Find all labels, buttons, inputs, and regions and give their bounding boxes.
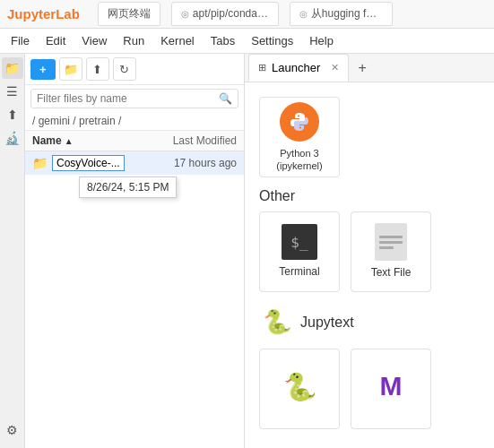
other-cards-row: $_ Terminal Text File	[259, 211, 480, 292]
launcher-tab-close-icon[interactable]: ✕	[331, 62, 339, 73]
search-input[interactable]	[37, 92, 215, 105]
other-section: Other $_ Terminal	[259, 188, 480, 292]
python-orange-icon	[280, 102, 319, 142]
python3-kernel-card[interactable]: Python 3 (ipykernel)	[259, 97, 340, 177]
launcher-tab[interactable]: ⊞ Launcher ✕	[248, 54, 349, 82]
terminal-icon: $_	[282, 224, 317, 260]
upload-button[interactable]: ⬆	[86, 57, 109, 81]
jupytext-label: Jupytext	[300, 314, 354, 331]
col-name-label: Name	[32, 134, 62, 147]
tab-hugging[interactable]: ◎ 从hugging face下载模型，教程...	[290, 2, 393, 26]
breadcrumb: / gemini / pretrain /	[25, 112, 244, 131]
icon-sidebar: 📁 ☰ ⬆ 🔬 ⚙	[0, 54, 25, 448]
col-modified-header[interactable]: Last Modified	[173, 134, 237, 147]
file-toolbar: + 📁 ⬆ ↻	[25, 54, 244, 85]
menu-tabs[interactable]: Tabs	[204, 31, 242, 50]
menu-settings[interactable]: Settings	[244, 31, 300, 50]
python3-card-label: Python 3 (ipykernel)	[276, 147, 322, 173]
textfile-line-2	[379, 241, 403, 244]
new-tab-button[interactable]: +	[352, 58, 372, 78]
app-title: JupyterLab	[7, 6, 80, 22]
sidebar-files-btn[interactable]: 📁	[2, 57, 23, 79]
upload-icon: ⬆	[92, 63, 102, 76]
menu-run[interactable]: Run	[116, 31, 152, 50]
sidebar-search-btn[interactable]: 🔬	[2, 127, 23, 149]
tooltip-text: 8/26/24, 5:15 PM	[87, 181, 169, 194]
folder-type-icon: 📁	[32, 156, 48, 170]
sidebar-upload-btn[interactable]: ⬆	[2, 104, 23, 125]
textfile-icon	[375, 223, 407, 261]
tab-conda-icon: ◎	[181, 9, 189, 19]
col-name-header[interactable]: Name ▲	[32, 134, 74, 147]
jupytext-icon: 🐍	[263, 308, 291, 336]
file-modified-date: 17 hours ago	[174, 157, 237, 169]
top-bar: JupyterLab 网页终端 ◎ apt/pip/conda 渲染加速 ◎ 从…	[0, 0, 494, 29]
jupytext-section-row[interactable]: 🐍 Jupytext	[259, 303, 480, 341]
tab-terminal-label: 网页终端	[108, 6, 151, 22]
main-layout: 📁 ☰ ⬆ 🔬 ⚙ + 📁 ⬆ ↻ 🔍	[0, 54, 494, 448]
menu-bar: File Edit View Run Kernel Tabs Settings …	[0, 29, 494, 54]
python-script-card[interactable]: 🐍	[259, 349, 340, 429]
textfile-card[interactable]: Text File	[351, 211, 431, 292]
new-file-icon: +	[39, 63, 47, 76]
tab-conda-label: apt/pip/conda 渲染加速	[193, 6, 269, 22]
tab-terminal[interactable]: 网页终端	[98, 2, 160, 26]
menu-view[interactable]: View	[74, 31, 114, 50]
python-logo-svg	[287, 109, 312, 134]
sidebar-settings-btn[interactable]: ⚙	[2, 419, 23, 441]
launcher-tab-label: Launcher	[272, 61, 320, 74]
right-panel: ⊞ Launcher ✕ + Python 3 (ipykernel)	[245, 54, 494, 448]
textfile-line-3	[379, 246, 394, 249]
terminal-card[interactable]: $_ Terminal	[259, 211, 340, 292]
menu-kernel[interactable]: Kernel	[153, 31, 202, 50]
other-section-header: Other	[259, 188, 480, 204]
new-file-button[interactable]: +	[30, 59, 56, 80]
bottom-cards-row: 🐍 M	[259, 349, 480, 429]
refresh-button[interactable]: ↻	[113, 57, 136, 81]
python-blue-icon: 🐍	[283, 371, 316, 402]
tab-hugging-label: 从hugging face下载模型，教程...	[311, 6, 383, 22]
myst-m-icon: M	[380, 371, 403, 401]
textfile-line-1	[379, 236, 403, 238]
refresh-icon: ↻	[119, 63, 129, 76]
file-tooltip: 8/26/24, 5:15 PM	[79, 177, 177, 198]
file-name[interactable]: CosyVoice-...	[52, 155, 125, 171]
menu-file[interactable]: File	[4, 31, 37, 50]
file-row-left: 📁 CosyVoice-...	[32, 155, 125, 171]
table-row[interactable]: 📁 CosyVoice-... 17 hours ago 8/26/24, 5:…	[25, 151, 244, 175]
myst-card[interactable]: M	[351, 349, 431, 429]
menu-edit[interactable]: Edit	[39, 31, 73, 50]
folder-icon: 📁	[64, 63, 78, 76]
notebook-section: Python 3 (ipykernel)	[259, 97, 480, 177]
search-box: 🔍	[30, 89, 238, 108]
launcher-tab-icon: ⊞	[258, 62, 266, 73]
other-label: Other	[259, 188, 295, 203]
terminal-card-label: Terminal	[279, 265, 319, 280]
breadcrumb-text[interactable]: / gemini / pretrain /	[32, 115, 121, 127]
col-headers: Name ▲ Last Modified	[25, 131, 244, 151]
textfile-card-label: Text File	[371, 266, 412, 280]
menu-help[interactable]: Help	[302, 31, 341, 50]
launcher-tab-bar: ⊞ Launcher ✕ +	[245, 54, 494, 82]
new-folder-button[interactable]: 📁	[59, 57, 82, 81]
tab-hugging-icon: ◎	[299, 9, 308, 19]
tab-conda[interactable]: ◎ apt/pip/conda 渲染加速	[171, 2, 279, 26]
launcher-content: Python 3 (ipykernel) Other $_ Terminal	[245, 82, 494, 448]
sidebar-menu-btn[interactable]: ☰	[2, 81, 23, 102]
file-panel: + 📁 ⬆ ↻ 🔍 / gemini / pretrain / Name	[25, 54, 245, 448]
sort-arrow-icon: ▲	[65, 136, 74, 146]
search-icon: 🔍	[219, 92, 232, 105]
